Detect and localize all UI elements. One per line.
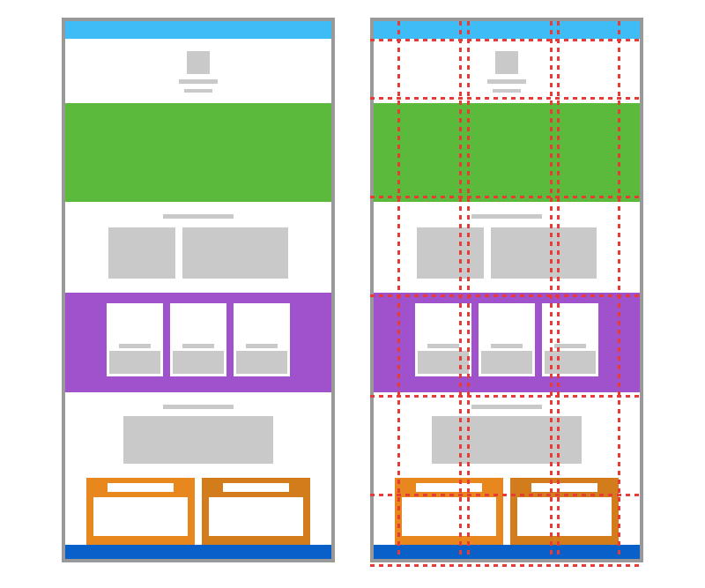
wireframe-card xyxy=(415,303,471,376)
footer-card-right xyxy=(202,478,310,545)
content-boxes-row xyxy=(417,227,597,279)
header-subtitle-placeholder xyxy=(493,89,521,93)
wireframe-lower xyxy=(65,392,331,478)
wireframe-content xyxy=(374,202,640,293)
footer-card-left xyxy=(395,478,503,545)
content-box-large xyxy=(182,227,288,279)
wireframe-hero xyxy=(65,103,331,202)
content-box-large xyxy=(491,227,597,279)
content-box-small xyxy=(417,227,484,279)
wireframe-card xyxy=(170,303,226,376)
lower-block-placeholder xyxy=(123,416,273,464)
content-box-small xyxy=(108,227,175,279)
wireframe-footer-cards xyxy=(374,478,640,545)
content-title-placeholder xyxy=(163,214,234,219)
wireframe-topbar xyxy=(374,21,640,39)
footer-card-right xyxy=(510,478,619,545)
grid-horizontal-line xyxy=(370,564,643,567)
wireframe-card xyxy=(107,303,163,376)
wireframe-right xyxy=(370,18,643,562)
lower-block-placeholder xyxy=(432,416,582,464)
header-title-placeholder xyxy=(487,79,526,84)
wireframe-left xyxy=(62,18,335,562)
wireframe-topbar xyxy=(65,21,331,39)
logo-placeholder-icon xyxy=(495,51,518,74)
header-title-placeholder xyxy=(179,79,218,84)
wireframe-header xyxy=(65,39,331,103)
wireframe-hero xyxy=(374,103,640,202)
wireframe-bottombar xyxy=(374,545,640,559)
wireframe-card xyxy=(479,303,535,376)
wireframe-card xyxy=(542,303,598,376)
content-boxes-row xyxy=(108,227,288,279)
wireframe-cards-row xyxy=(65,293,331,392)
wireframe-header xyxy=(374,39,640,103)
header-subtitle-placeholder xyxy=(184,89,212,93)
lower-title-placeholder xyxy=(163,405,234,409)
wireframe-footer-cards xyxy=(65,478,331,545)
lower-title-placeholder xyxy=(471,405,542,409)
footer-card-left xyxy=(86,478,195,545)
wireframe-content xyxy=(65,202,331,293)
wireframe-card xyxy=(234,303,290,376)
content-title-placeholder xyxy=(471,214,542,219)
wireframe-lower xyxy=(374,392,640,478)
wireframe-bottombar xyxy=(65,545,331,559)
logo-placeholder-icon xyxy=(187,51,210,74)
wireframe-cards-row xyxy=(374,293,640,392)
